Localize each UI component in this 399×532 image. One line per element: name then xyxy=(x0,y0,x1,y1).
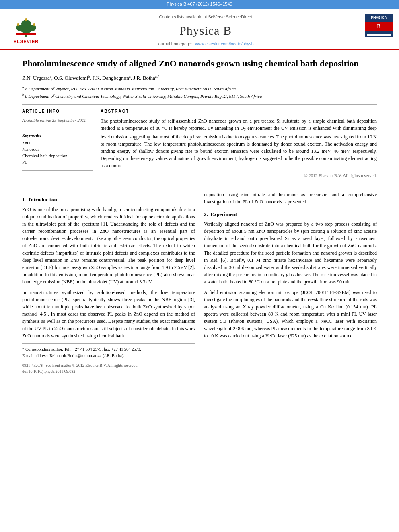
physica-badge-lines xyxy=(365,31,393,37)
body-right-col: deposition using zinc nitrate and hexami… xyxy=(204,191,377,374)
article-info-abstract: ARTICLE INFO Available online 25 Septemb… xyxy=(22,109,377,179)
keyword-zno: ZnO xyxy=(22,140,93,146)
footnote-email: E-mail address: Reinhardt.Botha@nmmu.ac.… xyxy=(22,353,195,359)
keyword-nanorods: Nanorods xyxy=(22,146,93,153)
physica-badge-label: PHYSICA xyxy=(365,14,393,22)
paper-title: Photoluminescence study of aligned ZnO n… xyxy=(22,58,377,70)
footnote-area: * Corresponding author. Tel.: +27 41 504… xyxy=(22,343,195,359)
authors-line: Z.N. Urgessaa, O.S. Oluwafemib, J.K. Dan… xyxy=(22,74,377,82)
keywords-label: Keywords: xyxy=(22,132,93,139)
journal-homepage: journal homepage: www.elsevier.com/locat… xyxy=(157,41,253,47)
header-center: Contents lists available at SciVerse Sci… xyxy=(48,12,363,49)
sciverse-text: Contents lists available at SciVerse Sci… xyxy=(159,14,252,19)
section1-heading: 1. Introduction xyxy=(22,196,195,204)
keyword-cbd: Chemical bath deposition xyxy=(22,153,93,159)
journal-citation: Physica B 407 (2012) 1546–1549 xyxy=(167,2,232,6)
body-two-col: 1. Introduction ZnO is one of the most p… xyxy=(22,191,377,374)
physica-badge-line-1 xyxy=(367,33,391,33)
svg-point-7 xyxy=(25,18,27,21)
section1-para2-continued: deposition using zinc nitrate and hexami… xyxy=(204,191,377,205)
top-bar: Physica B 407 (2012) 1546–1549 xyxy=(0,0,399,9)
divider-ai xyxy=(22,128,93,128)
header-top: ELSEVIER Contents lists available at Sci… xyxy=(0,12,399,49)
elsevier-tree-icon xyxy=(12,16,40,38)
section1-para1: ZnO is one of the most promising wide ba… xyxy=(22,206,195,286)
physica-badge-top-text: PHYSICA xyxy=(371,16,387,20)
section2-para1: Vertically aligned nanorod of ZnO was pr… xyxy=(204,220,377,286)
article-info-col: ARTICLE INFO Available online 25 Septemb… xyxy=(22,109,93,179)
svg-point-5 xyxy=(17,23,19,26)
bottom-info: 0921-4526/$ - see front matter © 2012 El… xyxy=(22,362,195,374)
divider-ai-bottom xyxy=(22,170,93,171)
footnote-star: * Corresponding author. Tel.: +27 41 504… xyxy=(22,346,195,353)
section2-number: 2. xyxy=(204,211,210,217)
elsevier-logo: ELSEVIER xyxy=(4,12,48,49)
divider-1 xyxy=(22,104,377,105)
physica-badge-line-2 xyxy=(367,34,391,35)
physica-badge-inner: B xyxy=(365,22,393,31)
main-body: 1. Introduction ZnO is one of the most p… xyxy=(0,187,399,382)
keyword-pl: PL xyxy=(22,159,93,166)
section1-title: Introduction xyxy=(29,197,57,203)
bottom-doi: doi:10.1016/j.physb.2011.09.082 xyxy=(22,368,195,374)
affiliation-a: a a Department of Physics, P.O. Box 7700… xyxy=(22,85,377,92)
affiliation-b: b b Department of Chemistry and Chemical… xyxy=(22,92,377,99)
abstract-title: ABSTRACT xyxy=(101,109,377,115)
section1-para2: In nanostructures synthesized by solutio… xyxy=(22,289,195,339)
homepage-url: www.elsevier.com/locate/physb xyxy=(195,41,253,46)
sciverse-line: Contents lists available at SciVerse Sci… xyxy=(159,14,252,20)
elsevier-text: ELSEVIER xyxy=(14,39,39,45)
abstract-text: The photoluminescence study of self-asse… xyxy=(101,117,377,169)
journal-title: Physica B xyxy=(179,22,232,39)
copyright-line: © 2012 Elsevier B.V. All rights reserved… xyxy=(101,173,377,179)
homepage-label: journal homepage: xyxy=(157,41,192,46)
affiliations: a a Department of Physics, P.O. Box 7700… xyxy=(22,85,377,99)
physica-badge: PHYSICA B xyxy=(363,12,395,49)
bottom-issn: 0921-4526/$ - see front matter © 2012 El… xyxy=(22,362,195,368)
svg-point-6 xyxy=(33,23,35,26)
article-info-title: ARTICLE INFO xyxy=(22,109,93,115)
affil-a-text: a Department of Physics, P.O. Box 77000,… xyxy=(25,86,236,91)
section2-title: Experiment xyxy=(210,211,237,217)
paper-content: Photoluminescence study of aligned ZnO n… xyxy=(0,50,399,187)
header-area: ELSEVIER Contents lists available at Sci… xyxy=(0,9,399,50)
available-online: Available online 25 September 2011 xyxy=(22,117,93,124)
svg-rect-8 xyxy=(16,33,36,35)
body-left-col: 1. Introduction ZnO is one of the most p… xyxy=(22,191,195,374)
physica-badge-line-3 xyxy=(367,35,391,36)
section1-number: 1. xyxy=(22,197,29,203)
section2-heading: 2. Experiment xyxy=(204,210,377,218)
section2-para2: A field emission scanning electron micro… xyxy=(204,289,377,339)
abstract-col: ABSTRACT The photoluminescence study of … xyxy=(101,109,377,179)
affil-b-text: b Department of Chemistry and Chemical T… xyxy=(25,93,262,98)
